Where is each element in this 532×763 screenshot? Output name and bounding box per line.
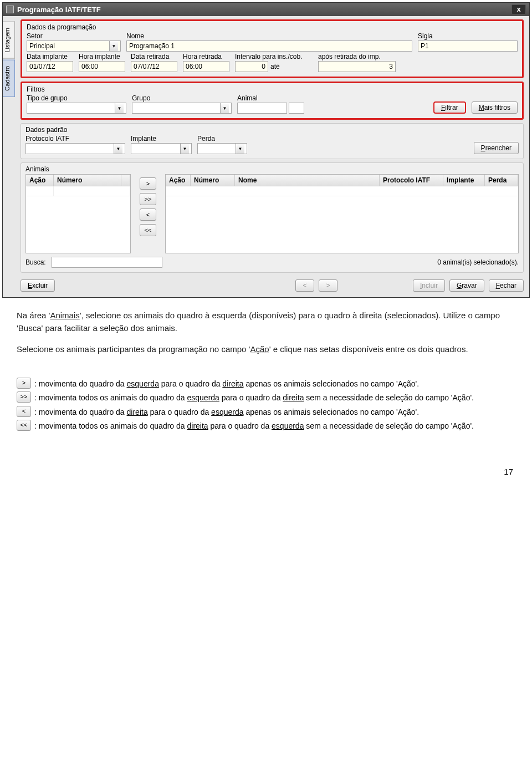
input-animal-aux[interactable] — [289, 103, 304, 114]
legend: > : movimenta do quadro da esquerda para… — [0, 368, 532, 433]
legend-item-1: > : movimenta do quadro da esquerda para… — [17, 378, 515, 390]
tab-listagem[interactable]: Listagem — [3, 22, 15, 59]
label-hora-implante: Hora implante — [79, 53, 125, 60]
input-animal[interactable] — [237, 103, 287, 114]
col-acao-right[interactable]: Ação — [166, 175, 191, 186]
input-hora-implante[interactable] — [79, 61, 125, 72]
label-data-implante: Data implante — [27, 53, 73, 60]
label-hora-retirada: Hora retirada — [183, 53, 229, 60]
tab-cadastro[interactable]: Cadastro — [3, 60, 15, 97]
setor-value: Principal — [29, 42, 109, 50]
label-busca: Busca: — [25, 258, 46, 266]
titlebar: Programação IATF/TETF x — [3, 3, 529, 16]
input-data-implante[interactable] — [27, 61, 73, 72]
legend-right-icon: > — [17, 378, 31, 389]
chevron-down-icon[interactable]: ▼ — [236, 144, 244, 154]
excluir-button[interactable]: Excluir — [21, 279, 55, 292]
combo-perda[interactable]: ▼ — [197, 143, 247, 154]
label-ate: até — [270, 63, 280, 70]
chevron-down-icon[interactable]: ▼ — [109, 41, 118, 51]
combo-protocolo[interactable]: ▼ — [25, 143, 125, 154]
chevron-down-icon[interactable]: ▼ — [115, 103, 124, 113]
incluir-button[interactable]: Incluir — [413, 279, 445, 292]
legend-item-2: >> : movimenta todos os animais do quadr… — [17, 391, 515, 404]
prev-button[interactable]: < — [295, 279, 314, 292]
left-grid-body[interactable] — [26, 186, 130, 253]
filtrar-button[interactable]: Filtrar — [433, 101, 466, 114]
vertical-tabs: Listagem Cadastro — [3, 16, 15, 297]
page-number: 17 — [0, 434, 532, 487]
chevron-down-icon[interactable]: ▼ — [220, 103, 229, 113]
label-setor: Setor — [27, 32, 121, 40]
fechar-button[interactable]: Fechar — [489, 279, 524, 292]
right-grid: Ação Número Nome Protocolo IATF Implante… — [165, 174, 519, 253]
label-animal: Animal — [237, 94, 309, 102]
app-window: Programação IATF/TETF x Listagem Cadastr… — [2, 2, 530, 298]
input-sigla[interactable] — [418, 40, 518, 52]
group-title-animais: Animais — [25, 165, 519, 173]
label-apos-retirada: após retirada do imp. — [318, 53, 396, 60]
next-button[interactable]: > — [319, 279, 337, 292]
legend-item-3: < : movimenta do quadro da direita para … — [17, 406, 515, 418]
move-left-button[interactable]: < — [140, 208, 156, 221]
col-perda-right[interactable]: Perda — [485, 175, 518, 186]
combo-implante[interactable]: ▼ — [131, 143, 192, 154]
move-all-left-button[interactable]: << — [140, 224, 156, 236]
combo-grupo[interactable]: ▼ — [132, 103, 232, 114]
status-selecionados: 0 animal(is) selecionado(s). — [437, 258, 519, 266]
left-grid: Ação Número — [25, 174, 131, 253]
legend-all-right-icon: >> — [17, 391, 31, 403]
input-hora-retirada[interactable] — [183, 61, 229, 72]
group-filtros: Filtros Tipo de grupo ▼ Grupo ▼ Animal — [21, 82, 524, 120]
label-intervalo: Intervalo para ins./cob. — [235, 53, 313, 60]
input-apos-retirada[interactable] — [318, 61, 396, 72]
input-intervalo[interactable] — [235, 61, 268, 72]
chevron-down-icon[interactable]: ▼ — [114, 144, 122, 154]
move-all-right-button[interactable]: >> — [140, 193, 156, 205]
combo-tipo-grupo[interactable]: ▼ — [27, 103, 126, 114]
label-tipo-grupo: Tipo de grupo — [27, 94, 126, 102]
col-nome-right[interactable]: Nome — [235, 175, 380, 186]
col-scroll-left — [121, 175, 130, 186]
chevron-down-icon[interactable]: ▼ — [180, 144, 189, 154]
window-title: Programação IATF/TETF — [17, 6, 101, 14]
label-perda: Perda — [197, 135, 247, 143]
group-title-dados: Dados da programação — [27, 23, 518, 31]
gravar-button[interactable]: Gravar — [449, 279, 484, 292]
legend-left-icon: < — [17, 406, 31, 417]
label-protocolo: Protocolo IATF — [25, 135, 125, 143]
footer-buttons: Excluir < > Incluir Gravar Fechar — [21, 276, 524, 292]
label-sigla: Sigla — [418, 32, 518, 40]
preencher-button[interactable]: Preencher — [474, 142, 519, 154]
col-acao-left[interactable]: Ação — [26, 175, 54, 186]
label-nome: Nome — [126, 32, 412, 40]
legend-all-left-icon: << — [17, 420, 31, 431]
transfer-buttons: > >> < << — [140, 177, 156, 253]
legend-item-4: << : movimenta todos os animais do quadr… — [17, 420, 515, 432]
group-dados-padrao: Dados padrão Protocolo IATF ▼ Implante ▼… — [21, 123, 524, 159]
combo-setor[interactable]: Principal ▼ — [27, 40, 121, 52]
group-title-filtros: Filtros — [27, 85, 518, 93]
input-nome[interactable] — [126, 40, 412, 52]
label-grupo: Grupo — [132, 94, 232, 102]
group-dados-programacao: Dados da programação Setor Principal ▼ N… — [21, 19, 524, 78]
mais-filtros-button[interactable]: Mais filtros — [472, 101, 518, 114]
input-data-retirada[interactable] — [131, 61, 177, 72]
app-icon — [6, 6, 14, 13]
group-animais: Animais Ação Número — [21, 162, 524, 273]
group-title-padrao: Dados padrão — [25, 126, 519, 134]
col-numero-right[interactable]: Número — [191, 175, 235, 186]
col-numero-left[interactable]: Número — [54, 175, 121, 186]
col-implante-right[interactable]: Implante — [443, 175, 485, 186]
explanation-text: Na área 'Animais', selecione os animais … — [0, 298, 532, 368]
col-protocolo-right[interactable]: Protocolo IATF — [380, 175, 443, 186]
move-right-button[interactable]: > — [140, 177, 156, 190]
input-busca[interactable] — [52, 257, 162, 268]
close-button[interactable]: x — [511, 4, 526, 14]
label-data-retirada: Data retirada — [131, 53, 177, 60]
right-grid-body[interactable] — [166, 186, 518, 253]
label-implante: Implante — [131, 135, 192, 143]
